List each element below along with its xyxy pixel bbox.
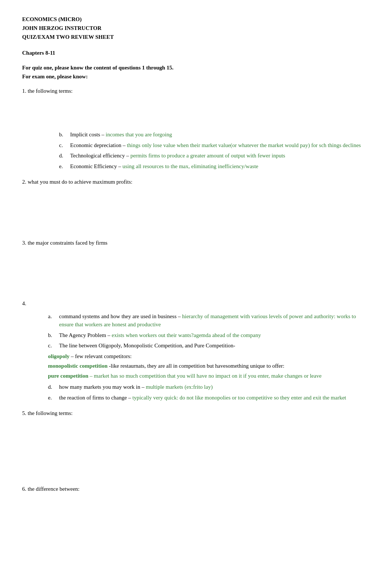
header-line1: ECONOMICS (MICRO) (22, 15, 370, 24)
q5-text: 5. the following terms: (22, 410, 73, 416)
spacer-2 (22, 191, 370, 235)
intro-text: For quiz one, please know the content of… (22, 63, 370, 81)
question-6: 6. the difference between: (22, 485, 370, 493)
q2-text: 2. what you must do to achieve maximum p… (22, 179, 133, 185)
list-item: e. Economic Efficiency – using all resou… (59, 162, 370, 171)
q1-number: 1. the following terms: (22, 88, 73, 94)
list-item: b. Implicit costs – incomes that you are… (59, 130, 370, 139)
chapters-title: Chapters 8-11 (22, 49, 370, 57)
pure-competition-label: pure competition (48, 373, 88, 379)
question-2: 2. what you must do to achieve maximum p… (22, 178, 370, 186)
oligopoly-label: oligopoly (48, 353, 69, 359)
header-line3: QUIZ/EXAM TWO REVIEW SHEET (22, 33, 370, 41)
header-line2: JOHN HERZOG INSTRUCTOR (22, 24, 370, 33)
spacer-5 (22, 422, 370, 481)
list-item: d. Technological efficiency – permits fi… (59, 152, 370, 160)
pure-competition-item: pure competition – market has so much co… (48, 372, 370, 380)
monopolistic-label: monopolistic competition (48, 363, 107, 369)
spacer-3 (22, 251, 370, 296)
list-item: b. The Agency Problem – exists when work… (48, 331, 370, 340)
oligopoly-item: oligopoly – few relevant competitors: (48, 352, 370, 361)
list-item: a. command systems and how they are used… (48, 312, 370, 329)
intro-line2: For exam one, please know: (22, 72, 370, 81)
spacer-1 (22, 99, 370, 129)
q4-number: 4. (22, 300, 26, 306)
intro-line1: For quiz one, please know the content of… (22, 63, 370, 72)
q3-text: 3. the major constraints faced by firms (22, 240, 107, 246)
list-item: d. how many markets you may work in – mu… (48, 383, 370, 391)
q1-list: b. Implicit costs – incomes that you are… (59, 130, 370, 170)
question-3: 3. the major constraints faced by firms (22, 239, 370, 247)
q6-text: 6. the difference between: (22, 486, 79, 492)
list-item: e. the reaction of firms to change – typ… (48, 394, 370, 402)
question-5: 5. the following terms: (22, 409, 370, 418)
monopolistic-item: monopolistic competition -like restaurna… (48, 362, 370, 370)
question-1: 1. the following terms: (22, 87, 370, 95)
document-header: ECONOMICS (MICRO) JOHN HERZOG INSTRUCTOR… (22, 15, 370, 41)
list-item: c. The line between Oligopoly, Monopolis… (48, 341, 370, 350)
question-4: 4. (22, 299, 370, 308)
q4-list: a. command systems and how they are used… (48, 312, 370, 402)
list-item: c. Economic depreciation – things only l… (59, 141, 370, 150)
